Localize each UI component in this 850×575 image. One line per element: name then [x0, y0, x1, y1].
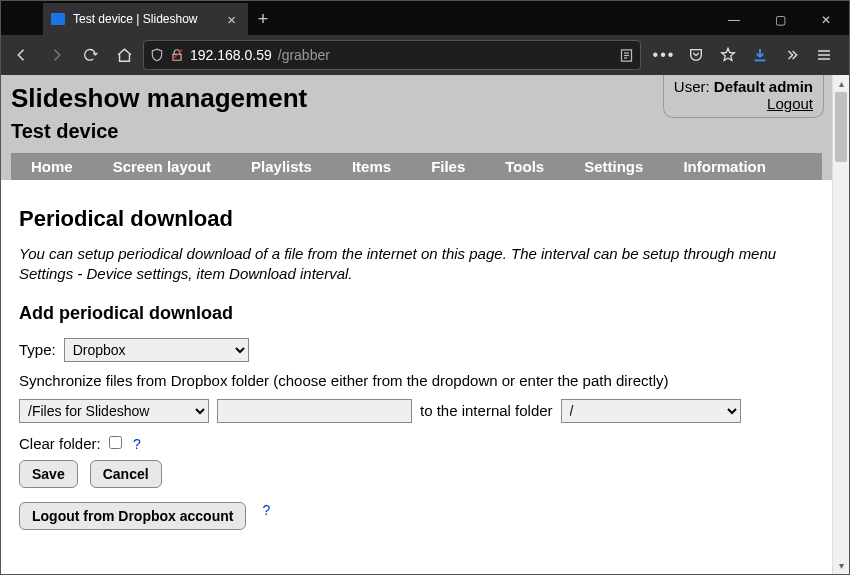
type-row: Type: Dropbox — [19, 338, 814, 362]
menu-items[interactable]: Items — [332, 153, 411, 180]
menu-screen-layout[interactable]: Screen layout — [93, 153, 231, 180]
forward-button[interactable] — [41, 40, 71, 70]
source-folder-select[interactable]: /Files for Slideshow — [19, 399, 209, 423]
logout-dropbox-button[interactable]: Logout from Dropbox account — [19, 502, 246, 530]
url-host: 192.168.0.59 — [190, 47, 272, 63]
action-buttons: Save Cancel — [19, 460, 814, 488]
app-menu-button[interactable] — [809, 40, 839, 70]
home-icon — [116, 47, 133, 64]
address-bar[interactable]: 192.168.0.59/grabber — [143, 40, 641, 70]
clear-folder-row: Clear folder: ? — [19, 433, 814, 452]
tab-strip: Test device | Slideshow × + — ▢ ✕ — [1, 1, 849, 35]
toolbar-right: ••• — [645, 40, 843, 70]
menu-tools[interactable]: Tools — [485, 153, 564, 180]
source-path-input[interactable] — [217, 399, 412, 423]
menu-information[interactable]: Information — [663, 153, 786, 180]
window-controls: — ▢ ✕ — [711, 5, 849, 35]
hamburger-icon — [816, 47, 832, 63]
menu-playlists[interactable]: Playlists — [231, 153, 332, 180]
new-tab-button[interactable]: + — [248, 3, 278, 35]
destination-folder-select[interactable]: / — [561, 399, 741, 423]
sync-label: Synchronize files from Dropbox folder (c… — [19, 372, 814, 389]
subsection-heading: Add periodical download — [19, 303, 814, 324]
back-button[interactable] — [7, 40, 37, 70]
browser-window: Test device | Slideshow × + — ▢ ✕ — [0, 0, 850, 575]
tab-title: Test device | Slideshow — [73, 12, 215, 26]
dropbox-logout-row: Logout from Dropbox account ? — [19, 502, 814, 530]
page: User: Default admin Logout Slideshow man… — [1, 75, 832, 574]
logout-link[interactable]: Logout — [767, 95, 813, 112]
downloads-button[interactable] — [745, 40, 775, 70]
minimize-button[interactable]: — — [711, 5, 757, 35]
to-label: to the internal folder — [420, 402, 553, 419]
cancel-button[interactable]: Cancel — [90, 460, 162, 488]
menu-home[interactable]: Home — [11, 153, 93, 180]
download-icon — [752, 47, 768, 63]
clear-folder-help-icon[interactable]: ? — [129, 436, 141, 452]
clear-folder-label: Clear folder: — [19, 435, 101, 452]
sync-row: /Files for Slideshow to the internal fol… — [19, 399, 814, 423]
menu-files[interactable]: Files — [411, 153, 485, 180]
type-select[interactable]: Dropbox — [64, 338, 249, 362]
tab-close-icon[interactable]: × — [223, 11, 240, 28]
browser-toolbar: 192.168.0.59/grabber ••• — [1, 35, 849, 75]
scroll-thumb[interactable] — [835, 92, 847, 162]
viewport: User: Default admin Logout Slideshow man… — [1, 75, 849, 574]
username: Default admin — [714, 78, 813, 95]
url-path: /grabber — [278, 47, 330, 63]
page-actions-button[interactable]: ••• — [649, 40, 679, 70]
scroll-up-icon[interactable]: ▴ — [833, 75, 849, 92]
type-label: Type: — [19, 341, 56, 358]
star-icon — [720, 47, 736, 63]
home-button[interactable] — [109, 40, 139, 70]
intro-text: You can setup periodical download of a f… — [19, 244, 814, 285]
chevron-double-right-icon — [785, 48, 799, 62]
scroll-down-icon[interactable]: ▾ — [833, 557, 849, 574]
maximize-button[interactable]: ▢ — [757, 5, 803, 35]
section-heading: Periodical download — [19, 206, 814, 232]
close-window-button[interactable]: ✕ — [803, 5, 849, 35]
clear-folder-checkbox[interactable] — [109, 436, 122, 449]
overflow-button[interactable] — [777, 40, 807, 70]
menu-settings[interactable]: Settings — [564, 153, 663, 180]
vertical-scrollbar[interactable]: ▴ ▾ — [832, 75, 849, 574]
pocket-icon — [688, 47, 704, 63]
logout-dropbox-help-icon[interactable]: ? — [258, 502, 270, 530]
reload-button[interactable] — [75, 40, 105, 70]
user-box: User: Default admin Logout — [663, 75, 824, 118]
tab-favicon-icon — [51, 13, 65, 25]
insecure-lock-icon — [170, 48, 184, 62]
arrow-left-icon — [13, 46, 31, 64]
arrow-right-icon — [47, 46, 65, 64]
user-prefix: User: — [674, 78, 714, 95]
device-name: Test device — [11, 120, 822, 143]
content: Periodical download You can setup period… — [1, 180, 832, 556]
page-header: User: Default admin Logout Slideshow man… — [1, 75, 832, 180]
reader-mode-icon[interactable] — [619, 48, 634, 63]
main-menu: Home Screen layout Playlists Items Files… — [11, 153, 822, 180]
save-button[interactable]: Save — [19, 460, 78, 488]
shield-icon — [150, 48, 164, 62]
browser-tab[interactable]: Test device | Slideshow × — [43, 3, 248, 35]
reload-icon — [82, 47, 98, 63]
pocket-button[interactable] — [681, 40, 711, 70]
bookmark-button[interactable] — [713, 40, 743, 70]
